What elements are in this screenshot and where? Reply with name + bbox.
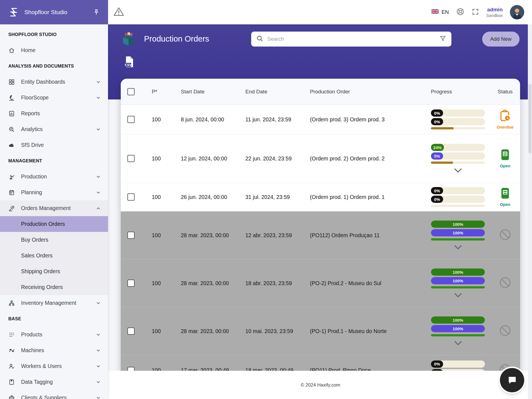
user-menu[interactable]: admin Sandbox <box>486 6 503 18</box>
scrollbar-thumb[interactable] <box>528 84 531 153</box>
sidebar-item-reports[interactable]: Reports <box>0 106 108 121</box>
cell-end-date: 18 mar. 2023, 00:49 <box>245 367 310 371</box>
sidebar-subitem-receiving-orders[interactable]: Receiving Orders <box>0 279 108 295</box>
scrollbar[interactable] <box>528 24 532 399</box>
progress-bar: 5% <box>431 152 485 160</box>
csv-export-icon[interactable]: CSV <box>125 56 134 68</box>
expand-row-icon[interactable] <box>454 293 462 298</box>
table-row[interactable]: 10028 mar. 2023, 00:0012 abr. 2023, 23:5… <box>121 211 520 259</box>
row-checkbox[interactable] <box>127 367 135 371</box>
sidebar-subitem-buy-orders[interactable]: Buy Orders <box>0 232 108 248</box>
table-row[interactable]: 1008 jun. 2024, 00:0011 jun. 2024, 23:59… <box>121 105 520 134</box>
sidebar-item-orders-management[interactable]: Orders Management <box>0 200 108 216</box>
progress-thin-bar <box>431 127 485 129</box>
language-selector[interactable]: EN <box>431 9 449 15</box>
pin-sidebar-icon[interactable] <box>93 9 100 16</box>
table-row[interactable]: 10026 jun. 2024, 00:0031 jul. 2024, 23:5… <box>121 183 520 211</box>
row-checkbox[interactable] <box>127 193 135 201</box>
calendar-icon <box>8 189 15 196</box>
cell-priority: 100 <box>152 232 181 239</box>
home-icon <box>8 47 15 54</box>
brand-bar: Shopfloor Studio <box>0 0 108 24</box>
row-checkbox[interactable] <box>127 280 135 287</box>
footer: © 2024 Haxify.com <box>108 371 532 399</box>
language-label: EN <box>441 9 449 15</box>
avatar[interactable] <box>510 5 524 19</box>
analytics-icon <box>8 126 15 133</box>
sidebar-item-data-tagging[interactable]: Data Tagging <box>0 374 108 390</box>
overdue-clipboard-icon <box>499 110 511 123</box>
sidebar-item-label: Products <box>21 331 42 338</box>
search-bar <box>251 32 451 47</box>
sidebar-item-label: Home <box>21 47 35 53</box>
warning-icon[interactable] <box>114 7 124 17</box>
sidebar-item-clients-suppliers[interactable]: Clients & Suppliers <box>0 390 108 399</box>
progress-bar: 100% <box>431 316 485 324</box>
cell-start-date: 17 mar. 2023, 00:49 <box>181 367 245 371</box>
sidebar-item-analytics[interactable]: Analytics <box>0 121 108 137</box>
cell-production-order: (PO-2) Prod.2 - Museu do Sul <box>310 280 426 287</box>
sidebar-subitem-sales-orders[interactable]: Sales Orders <box>0 248 108 264</box>
progress-value: 5% <box>434 154 440 158</box>
sidebar-section-header: BASE <box>0 311 108 327</box>
cell-progress: 24% 5% <box>426 144 490 173</box>
select-all-checkbox[interactable] <box>127 88 135 95</box>
sidebar-item-workers-users[interactable]: Workers & Users <box>0 358 108 374</box>
expand-row-icon[interactable] <box>454 168 462 173</box>
table-row[interactable]: 10017 mar. 2023, 00:4918 mar. 2023, 00:4… <box>121 355 520 371</box>
sidebar-item-inventory-management[interactable]: Inventory Management <box>0 295 108 311</box>
chat-button[interactable] <box>500 368 524 392</box>
table-row[interactable]: 10028 mar. 2023, 00:0018 abr. 2023, 23:5… <box>121 259 520 307</box>
table-body: 1008 jun. 2024, 00:0011 jun. 2024, 23:59… <box>121 105 520 371</box>
open-document-icon <box>500 149 510 162</box>
sidebar-section-header: SHOPFLOOR STUDIO <box>0 27 108 42</box>
help-wheel-icon[interactable] <box>456 7 464 17</box>
sidebar-nav: SHOPFLOOR STUDIOHomeANALYSIS AND DOCUMEN… <box>0 24 108 399</box>
sidebar-item-label: FloorScope <box>21 94 49 101</box>
sidebar-item-label: Orders Management <box>21 205 71 211</box>
row-checkbox[interactable] <box>127 155 135 162</box>
chevron-up-icon <box>96 206 101 211</box>
row-checkbox[interactable] <box>127 116 135 123</box>
progress-value: 100% <box>453 318 463 323</box>
sidebar-item-label: Planning <box>21 189 42 196</box>
filter-funnel-icon[interactable] <box>439 35 446 43</box>
progress-bar: 100% <box>431 221 485 228</box>
sidebar-item-sfs-drive[interactable]: SfS Drive <box>0 137 108 153</box>
sidebar-item-entity-dashboards[interactable]: Entity Dashboards <box>0 74 108 90</box>
tagging-icon <box>8 379 15 385</box>
progress-thin-bar <box>431 334 485 336</box>
progress-value: 0% <box>434 197 440 202</box>
cell-production-order: (Ordem prod. 2) Ordem prod. 2 <box>310 155 426 162</box>
cell-end-date: 11 jun. 2024, 23:59 <box>245 116 310 123</box>
sidebar-item-home[interactable]: Home <box>0 42 108 58</box>
sidebar-item-planning[interactable]: Planning <box>0 185 108 200</box>
expand-row-icon[interactable] <box>454 341 462 346</box>
sidebar-item-label: Workers & Users <box>21 363 62 369</box>
expand-row-icon[interactable] <box>454 245 462 250</box>
add-new-button[interactable]: Add New <box>482 32 520 47</box>
fullscreen-icon[interactable] <box>472 8 479 17</box>
sidebar-subitem-shipping-orders[interactable]: Shipping Orders <box>0 264 108 279</box>
progress-value: 0% <box>434 362 440 366</box>
cell-priority: 100 <box>152 280 181 287</box>
cell-priority: 100 <box>152 367 181 371</box>
sidebar-subitem-production-orders[interactable]: Production Orders <box>0 216 108 232</box>
progress-bar: 0% <box>431 118 485 125</box>
table-row[interactable]: 10012 jun. 2024, 00:0022 jun. 2024, 23:5… <box>121 134 520 183</box>
sidebar-item-products[interactable]: Products <box>0 327 108 342</box>
progress-bar: 100% <box>431 229 485 236</box>
search-input[interactable] <box>267 36 436 42</box>
column-header-progress: Progress <box>426 89 490 95</box>
chevron-down-icon <box>96 190 101 195</box>
sidebar-item-label: Clients & Suppliers <box>21 395 67 399</box>
sidebar-item-floorscope[interactable]: FloorScope <box>0 90 108 106</box>
table-row[interactable]: 10028 mar. 2023, 00:0010 mai. 2023, 23:5… <box>121 307 520 355</box>
row-checkbox[interactable] <box>127 328 135 335</box>
cell-progress: 0% 0% <box>426 109 490 129</box>
cell-progress: 100% 100% <box>426 316 490 346</box>
sidebar-item-production[interactable]: Production <box>0 169 108 185</box>
progress-value: 100% <box>453 326 463 331</box>
sidebar-item-machines[interactable]: Machines <box>0 342 108 358</box>
row-checkbox[interactable] <box>127 232 135 239</box>
